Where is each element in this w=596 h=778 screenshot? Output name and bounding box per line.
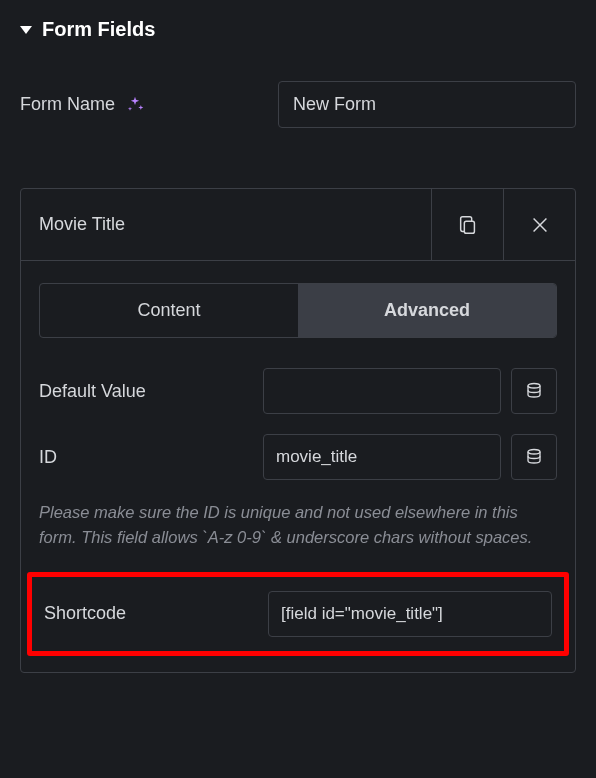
field-body: Content Advanced Default Value ID — [21, 261, 575, 672]
close-icon — [529, 214, 551, 236]
id-input-wrap — [263, 434, 557, 480]
svg-point-3 — [528, 384, 540, 389]
field-title[interactable]: Movie Title — [21, 189, 431, 260]
tab-content[interactable]: Content — [40, 284, 298, 337]
default-value-row: Default Value — [39, 368, 557, 414]
shortcode-row: Shortcode — [44, 591, 552, 637]
dynamic-tags-button[interactable] — [511, 434, 557, 480]
tabs: Content Advanced — [39, 283, 557, 338]
svg-point-4 — [528, 450, 540, 455]
id-label: ID — [39, 447, 249, 468]
shortcode-input-wrap — [268, 591, 552, 637]
id-input[interactable] — [263, 434, 501, 480]
field-header: Movie Title — [21, 189, 575, 261]
default-value-input[interactable] — [263, 368, 501, 414]
database-icon — [525, 448, 543, 466]
id-help-text: Please make sure the ID is unique and no… — [39, 500, 557, 550]
shortcode-label: Shortcode — [44, 603, 254, 624]
copy-icon — [457, 214, 479, 236]
shortcode-input[interactable] — [268, 591, 552, 637]
sparkle-icon[interactable] — [125, 95, 145, 115]
section-header[interactable]: Form Fields — [20, 18, 576, 41]
database-icon — [525, 382, 543, 400]
shortcode-highlight: Shortcode — [27, 572, 569, 656]
section-title: Form Fields — [42, 18, 155, 41]
dynamic-tags-button[interactable] — [511, 368, 557, 414]
duplicate-button[interactable] — [431, 189, 503, 260]
form-name-input[interactable] — [278, 81, 576, 128]
default-value-input-wrap — [263, 368, 557, 414]
remove-button[interactable] — [503, 189, 575, 260]
field-block: Movie Title Content Advanced Default Val… — [20, 188, 576, 673]
form-name-label-wrap: Form Name — [20, 94, 260, 115]
form-name-row: Form Name — [20, 81, 576, 128]
svg-rect-0 — [464, 221, 474, 233]
form-name-label: Form Name — [20, 94, 115, 115]
id-row: ID — [39, 434, 557, 480]
default-value-label: Default Value — [39, 381, 249, 402]
caret-down-icon — [20, 26, 32, 34]
tab-advanced[interactable]: Advanced — [298, 284, 556, 337]
